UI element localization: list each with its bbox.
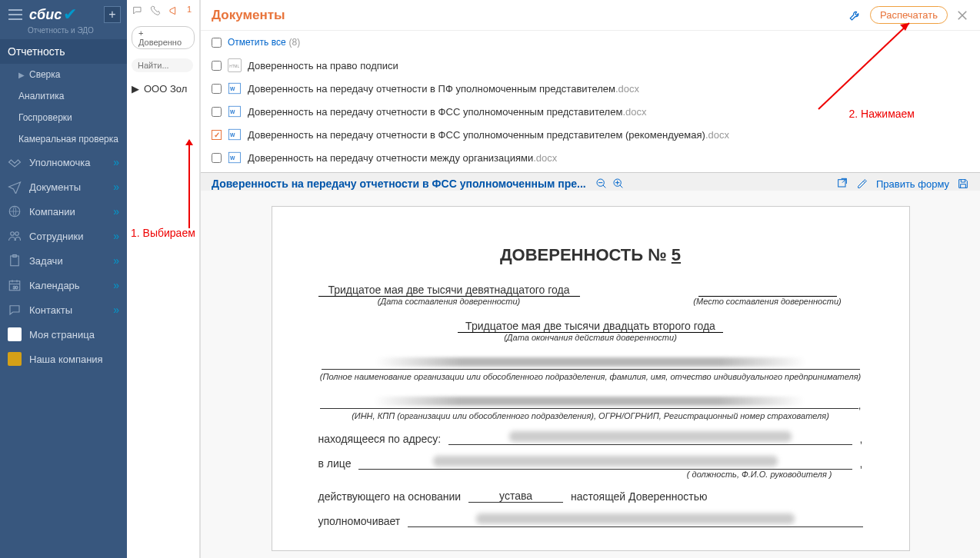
person-field <box>358 456 852 470</box>
edit-icon[interactable] <box>856 178 868 190</box>
notification-count: 1 <box>187 5 192 17</box>
doc-ext: .docx <box>615 83 639 95</box>
svg-point-2 <box>15 232 19 236</box>
zoom-out-icon[interactable] <box>595 178 608 190</box>
blurred-inn <box>320 395 858 409</box>
nav-calendar[interactable]: 30Календарь» <box>0 273 127 297</box>
sidebar: сбис ✔ + Отчетность и ЭДО Отчетность ▶Св… <box>0 0 127 558</box>
nav-label: Аналитика <box>18 91 64 101</box>
chat-icon[interactable] <box>132 5 144 17</box>
add-doc-button[interactable]: + Доверенно <box>132 26 195 49</box>
nav-kameral[interactable]: Камеральная проверка <box>0 128 127 150</box>
nav-docs[interactable]: Документы» <box>0 174 127 199</box>
avatar-icon <box>8 327 22 341</box>
send-icon <box>8 180 22 194</box>
doc-checkbox[interactable] <box>212 107 222 117</box>
preview-title: Доверенность на передачу отчетности в ФС… <box>212 178 586 190</box>
nav-label: Моя страница <box>29 329 95 340</box>
caption: (Полное наименование организации или обо… <box>318 372 863 381</box>
caption: ( должность, Ф.И.О. руководителя ) <box>318 470 832 479</box>
doc-ext: .docx <box>705 129 729 141</box>
date-start: Тридцатое мая две тысячи девятнадцатого … <box>318 284 580 297</box>
place-field <box>698 284 837 297</box>
nav-label: Сверка <box>29 69 60 80</box>
docx-file-icon: W <box>228 128 242 141</box>
nav-label: Календарь <box>29 280 80 291</box>
select-all[interactable]: Отметить все (8) <box>201 31 980 54</box>
globe-icon <box>8 204 22 218</box>
print-button[interactable]: Распечатать <box>870 6 948 24</box>
doc-checkbox-checked[interactable] <box>212 130 222 140</box>
basis-suffix: настоящей Доверенностью <box>571 490 708 503</box>
phone-icon[interactable] <box>150 5 162 17</box>
search-input[interactable] <box>132 58 193 72</box>
save-icon[interactable] <box>957 178 969 190</box>
nav-analytics[interactable]: Аналитика <box>0 85 127 107</box>
doc-row[interactable]: W Доверенность на передачу отчетности в … <box>212 77 969 100</box>
basis-label: действующего на основании <box>318 490 462 503</box>
nav-label: Компании <box>29 206 75 218</box>
basis-value: устава <box>468 490 563 503</box>
address-label: находящееся по адресу: <box>318 433 442 445</box>
nav-upoln[interactable]: Уполномочка» <box>0 150 127 174</box>
nav-label: Документы <box>29 181 81 193</box>
svg-text:HTML: HTML <box>229 65 239 68</box>
settings-icon[interactable] <box>848 8 862 22</box>
nav-sverka[interactable]: ▶Сверка <box>0 64 127 85</box>
zoom-in-icon[interactable] <box>612 178 625 190</box>
blurred-org-name <box>322 356 860 370</box>
doc-name: Доверенность на передачу отчетности в ФС… <box>248 129 705 141</box>
edit-form-link[interactable]: Править форму <box>876 178 949 190</box>
svg-text:30: 30 <box>13 285 18 290</box>
nav-employees[interactable]: Сотрудники» <box>0 224 127 248</box>
auth-field <box>408 513 862 527</box>
logo: сбис <box>29 7 62 23</box>
annotation-2: 2. Нажимаем <box>849 108 915 120</box>
document-paper: ДОВЕРЕННОСТЬ № 5 Тридцатое мая две тысяч… <box>272 206 910 551</box>
date-end: Тридцатое мая две тысячи двадцать второг… <box>458 320 723 333</box>
nav-tasks[interactable]: Задачи» <box>0 248 127 273</box>
megaphone-icon[interactable] <box>168 5 181 17</box>
docx-file-icon: W <box>228 151 242 164</box>
tagline: Отчетность и ЭДО <box>0 26 127 39</box>
doc-name: Доверенность на передачу отчетности в ФС… <box>248 106 622 118</box>
doc-checkbox[interactable] <box>212 61 222 71</box>
nav-companies[interactable]: Компании» <box>0 199 127 224</box>
popout-icon[interactable] <box>836 178 848 190</box>
preview-area[interactable]: ДОВЕРЕННОСТЬ № 5 Тридцатое мая две тысяч… <box>201 191 980 558</box>
html-file-icon: HTML <box>228 58 242 72</box>
close-icon[interactable] <box>955 8 969 22</box>
annotation-1: 1. Выбираем <box>131 227 195 239</box>
svg-text:W: W <box>230 155 235 161</box>
menu-icon[interactable] <box>6 5 25 24</box>
nav-label: Камеральная проверка <box>18 134 118 144</box>
doc-ext: .docx <box>622 106 646 118</box>
nav-label: Задачи <box>29 255 63 267</box>
add-button[interactable]: + <box>104 6 121 23</box>
caption: (ИНН, КПП (организации или обособленного… <box>318 411 863 420</box>
nav-company[interactable]: Наша компания <box>0 347 127 371</box>
nav-gosprov[interactable]: Госпроверки <box>0 107 127 128</box>
doc-checkbox[interactable] <box>212 153 222 163</box>
doc-name: Доверенность на право подписи <box>248 60 398 71</box>
logo-accent: ✔ <box>63 5 77 25</box>
svg-text:W: W <box>230 86 235 91</box>
doc-row[interactable]: W Доверенность на передачу отчетности в … <box>212 123 969 146</box>
person-label: в лице <box>318 457 352 470</box>
doc-row[interactable]: HTML Доверенность на право подписи <box>212 54 969 77</box>
doc-title: ДОВЕРЕННОСТЬ № 5 <box>318 245 863 265</box>
select-all-checkbox[interactable] <box>212 38 222 48</box>
doc-name: Доверенность на передачу отчетности межд… <box>248 152 533 164</box>
org-item[interactable]: ▶ООО Зол <box>127 77 199 101</box>
nav-label: Наша компания <box>29 354 103 365</box>
nav-label: Уполномочка <box>29 157 91 168</box>
nav-mypage[interactable]: Моя страница <box>0 322 127 347</box>
nav-contacts[interactable]: Контакты» <box>0 297 127 322</box>
svg-point-1 <box>11 232 15 236</box>
doc-checkbox[interactable] <box>212 84 222 94</box>
sidebar-section[interactable]: Отчетность <box>0 39 127 64</box>
caption: (Место составления доверенности) <box>672 297 863 306</box>
doc-ext: .docx <box>533 152 557 164</box>
chat-icon <box>8 303 22 317</box>
doc-row[interactable]: W Доверенность на передачу отчетности ме… <box>212 146 969 169</box>
